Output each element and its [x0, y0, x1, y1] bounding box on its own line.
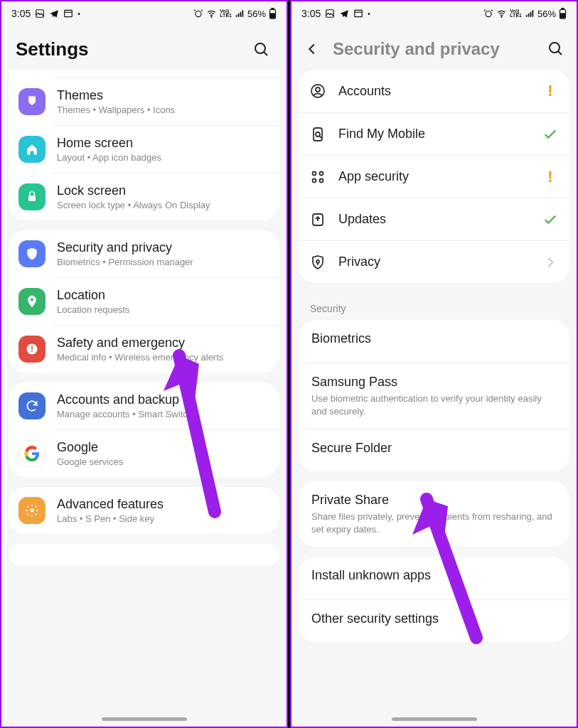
- search-button[interactable]: [545, 38, 567, 60]
- security-row-find-mobile[interactable]: Find My Mobile: [299, 112, 569, 155]
- lock-icon: [18, 183, 46, 210]
- row-title: Home screen: [57, 136, 269, 151]
- nav-pill[interactable]: [392, 717, 477, 721]
- themes-icon: [18, 88, 46, 115]
- svg-line-26: [558, 51, 562, 55]
- lte-icon: Vo)) LTE1: [220, 9, 232, 18]
- battery-pct: 56%: [537, 9, 556, 19]
- svg-line-9: [264, 52, 267, 55]
- settings-row-lock-screen[interactable]: Lock screenScreen lock type • Always On …: [9, 173, 279, 220]
- settings-row-safety-emergency[interactable]: Safety and emergencyMedical info • Wirel…: [9, 326, 279, 373]
- svg-rect-6: [272, 9, 274, 10]
- svg-point-35: [320, 178, 323, 182]
- apps-icon: [309, 168, 327, 186]
- location-icon: [18, 288, 46, 315]
- row-title: Private Share: [311, 493, 389, 508]
- security-row-app-security[interactable]: App security !: [299, 155, 569, 198]
- section-label-security: Security: [291, 293, 577, 320]
- alarm-icon: [193, 9, 203, 18]
- frame-divider: [288, 0, 290, 728]
- news-icon: [353, 9, 363, 18]
- image-icon: [35, 9, 45, 18]
- status-dot: •: [368, 10, 370, 18]
- svg-point-25: [550, 43, 560, 53]
- shield-icon: [18, 240, 46, 267]
- battery-icon: [559, 8, 567, 19]
- page-title: Settings: [16, 38, 241, 60]
- settings-row-advanced-features[interactable]: Advanced featuresLabs • S Pen • Side key: [9, 487, 279, 534]
- status-time: 3:05: [11, 8, 31, 19]
- svg-point-21: [501, 16, 502, 17]
- security-row-privacy[interactable]: Privacy: [299, 240, 569, 283]
- settings-row-accounts-backup[interactable]: Accounts and backupManage accounts • Sma…: [9, 382, 279, 429]
- status-warn-icon: !: [541, 168, 560, 186]
- row-title: Advanced features: [57, 497, 269, 512]
- row-title: Samsung Pass: [311, 375, 397, 390]
- row-title: Location: [57, 288, 269, 303]
- advanced-icon: [18, 497, 46, 524]
- lte-icon: Vo)) LTE1: [510, 9, 522, 18]
- security-row-samsung-pass[interactable]: Samsung Pass Use biometric authenticatio…: [299, 363, 569, 429]
- nav-pill[interactable]: [102, 717, 187, 721]
- chevron-right-icon: [541, 255, 560, 269]
- status-warn-icon: !: [541, 82, 560, 100]
- row-title: Accounts and backup: [57, 392, 269, 407]
- row-sub: Biometrics • Permission manager: [57, 257, 269, 267]
- status-bar: 3:05 • Vo)) LTE1 56%: [291, 1, 577, 26]
- security-row-accounts[interactable]: Accounts !: [299, 70, 569, 112]
- row-sub: Google services: [57, 456, 269, 467]
- row-title: Google: [57, 440, 269, 455]
- wifi-icon: [496, 9, 507, 18]
- svg-rect-7: [271, 14, 275, 18]
- back-button[interactable]: [301, 38, 323, 60]
- row-title: Safety and emergency: [57, 336, 269, 350]
- security-row-updates[interactable]: Updates: [299, 198, 569, 240]
- settings-row-home-screen[interactable]: Home screenLayout • App icon badges: [9, 126, 279, 173]
- other-security-card: Install unknown apps Other security sett…: [299, 557, 569, 642]
- svg-point-12: [31, 298, 33, 301]
- settings-row-security-privacy[interactable]: Security and privacyBiometrics • Permiss…: [9, 230, 279, 277]
- phone-frame-left: 3:05 • Vo)) LTE1 56% Settings Wallpapers…: [0, 0, 288, 728]
- settings-row-location[interactable]: LocationLocation requests: [9, 278, 279, 325]
- row-title: Other security settings: [311, 611, 439, 626]
- row-title: Accounts: [338, 84, 530, 99]
- signal-icon: [525, 9, 535, 18]
- svg-point-4: [211, 16, 212, 17]
- svg-point-32: [313, 171, 316, 175]
- svg-point-20: [486, 11, 491, 17]
- svg-rect-14: [31, 346, 33, 350]
- settings-card-accounts: Accounts and backupManage accounts • Sma…: [9, 382, 279, 477]
- svg-point-15: [31, 350, 33, 352]
- svg-point-34: [313, 178, 316, 182]
- row-sub: Medical info • Wireless emergency alerts: [57, 352, 269, 363]
- phone-frame-right: 3:05 • Vo)) LTE1 56% Security and privac…: [290, 0, 578, 728]
- page-title: Security and privacy: [333, 39, 535, 59]
- search-button[interactable]: [251, 39, 272, 60]
- status-ok-icon: [541, 212, 560, 228]
- security-row-private-share[interactable]: Private Share Share files privately, pre…: [299, 481, 569, 547]
- security-row-install-unknown[interactable]: Install unknown apps: [299, 557, 569, 599]
- news-icon: [63, 9, 73, 18]
- security-row-secure-folder[interactable]: Secure Folder: [299, 429, 569, 471]
- security-options-card: Biometrics Samsung Pass Use biometric au…: [299, 320, 569, 471]
- row-title: Security and privacy: [57, 240, 269, 255]
- settings-row-themes[interactable]: ThemesThemes • Wallpapers • Icons: [9, 78, 279, 125]
- status-dot: •: [77, 10, 80, 18]
- svg-point-8: [255, 43, 265, 53]
- row-sub: Location requests: [57, 304, 269, 315]
- home-icon: [18, 136, 46, 163]
- security-row-other-settings[interactable]: Other security settings: [299, 599, 569, 642]
- security-row-biometrics[interactable]: Biometrics: [299, 320, 569, 363]
- svg-point-37: [316, 260, 319, 263]
- row-title: Updates: [338, 212, 530, 227]
- private-share-card: Private Share Share files privately, pre…: [299, 481, 569, 547]
- settings-header: Settings: [1, 26, 287, 70]
- settings-row-wallpaper[interactable]: Wallpapers • Colour palette: [9, 70, 279, 77]
- settings-row-google[interactable]: GoogleGoogle services: [9, 430, 279, 477]
- find-icon: [309, 125, 327, 144]
- row-desc: Use biometric authentication to verify y…: [311, 392, 557, 417]
- status-time: 3:05: [301, 8, 321, 19]
- row-title: Install unknown apps: [311, 568, 431, 583]
- emergency-icon: [18, 336, 46, 363]
- row-sub: Screen lock type • Always On Display: [57, 200, 269, 210]
